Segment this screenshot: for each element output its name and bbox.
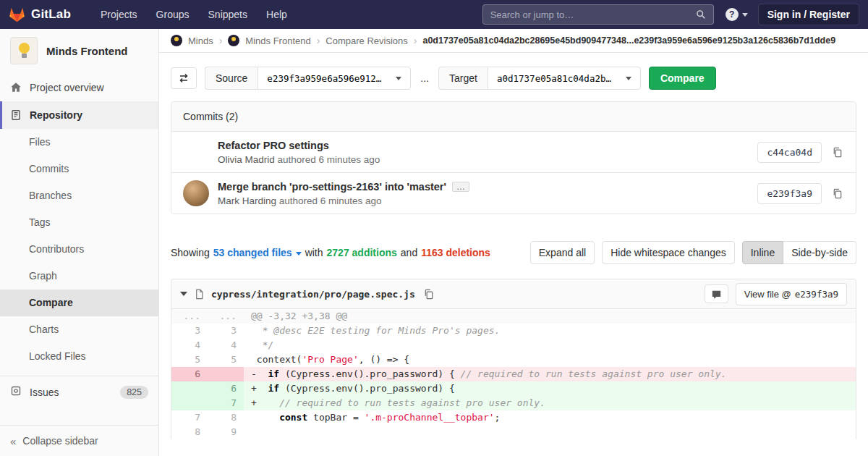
nav-item-projects[interactable]: Projects — [91, 4, 147, 25]
commit-sha-button[interactable]: c44ca04d — [757, 142, 822, 163]
diff-new-line-number[interactable]: 9 — [208, 425, 244, 439]
changed-files-dropdown[interactable]: 53 changed files — [213, 247, 302, 258]
sidebar-item-tags[interactable]: Tags — [0, 209, 158, 236]
diff-new-line-number[interactable]: ... — [208, 309, 244, 324]
diff-old-line-number[interactable]: 6 — [171, 367, 208, 381]
comment-icon — [711, 290, 722, 300]
commit-row: Merge branch 'pro-settings-2163' into 'm… — [171, 172, 856, 214]
diff-sign: - — [251, 368, 257, 379]
sidebar-item-label: Issues — [30, 387, 112, 398]
hide-whitespace-button[interactable]: Hide whitespace changes — [602, 241, 735, 264]
sidebar-item-files[interactable]: Files — [0, 129, 158, 156]
help-menu[interactable]: ? — [726, 8, 748, 21]
expand-all-button[interactable]: Expand all — [530, 241, 595, 264]
diff-old-line-number[interactable]: 7 — [171, 410, 208, 425]
sidebar-project-header[interactable]: Minds Frontend — [0, 29, 158, 74]
collapse-sidebar-button[interactable]: « Collapse sidebar — [0, 425, 158, 456]
diff-new-line-number[interactable]: 5 — [208, 352, 244, 367]
commit-description-expander[interactable]: … — [452, 182, 469, 192]
sidebar-item-branches[interactable]: Branches — [0, 182, 158, 209]
code-token: '.m-proChannel__topbar' — [365, 412, 495, 423]
diff-old-line-number[interactable]: 4 — [171, 338, 208, 352]
code-token: (Cypress.env().pro_password) { — [279, 383, 455, 394]
sidebar-item-repository[interactable]: Repository — [0, 101, 158, 129]
chevron-down-icon — [396, 77, 401, 80]
breadcrumb-link-minds[interactable]: Minds — [188, 35, 213, 46]
code-token: if — [268, 368, 279, 379]
diff-line: 7+ // required to run tests against pro … — [171, 396, 856, 410]
copy-file-path-button[interactable] — [422, 287, 435, 301]
breadcrumb: Minds›Minds Frontend›Compare Revisions›a… — [159, 29, 868, 53]
diff-old-line-number[interactable]: ... — [171, 309, 208, 324]
nav-item-groups[interactable]: Groups — [147, 4, 199, 25]
diff-old-line-number[interactable] — [171, 381, 208, 396]
code-token: ; — [495, 412, 501, 423]
code-token — [257, 412, 279, 423]
diff-new-line-number[interactable]: 3 — [208, 324, 244, 338]
showing-label: Showing — [171, 247, 210, 258]
sidebar-item-contributors[interactable]: Contributors — [0, 236, 158, 263]
collapse-file-icon[interactable] — [180, 292, 187, 296]
diff-new-line-number[interactable] — [208, 367, 244, 381]
breadcrumb-separator: › — [414, 35, 417, 46]
breadcrumb-link-compare-revisions[interactable]: Compare Revisions — [326, 35, 407, 46]
nav-item-help[interactable]: Help — [257, 4, 297, 25]
nav-item-snippets[interactable]: Snippets — [199, 4, 257, 25]
with-label: with — [305, 247, 323, 258]
toggle-comments-button[interactable] — [705, 284, 728, 303]
diff-table: ......@@ -3,32 +3,38 @@33 * @desc E2E te… — [171, 309, 856, 439]
copy-commit-sha-button[interactable] — [830, 145, 844, 159]
view-mode-toggle: InlineSide-by-side — [742, 241, 856, 264]
commit-author-link[interactable]: Mark Harding — [218, 195, 276, 206]
diff-old-line-number[interactable]: 3 — [171, 324, 208, 338]
compare-button[interactable]: Compare — [649, 67, 716, 90]
global-search[interactable] — [482, 4, 714, 25]
sidebar-item-graph[interactable]: Graph — [0, 263, 158, 290]
commit-sha-button[interactable]: e239f3a9 — [757, 183, 822, 204]
view-file-button[interactable]: View file @ e239f3a9 — [736, 283, 847, 305]
code-token: context( — [257, 354, 302, 365]
source-revision-value: e239f3a959e6a596e912… — [267, 73, 381, 84]
sidebar-item-charts[interactable]: Charts — [0, 316, 158, 343]
sidebar-item-issues[interactable]: Issues 825 — [0, 376, 158, 408]
sidebar-item-compare[interactable]: Compare — [0, 290, 158, 316]
collapse-sidebar-label: Collapse sidebar — [22, 435, 98, 447]
search-input[interactable] — [490, 9, 696, 20]
breadcrumb-link-minds-frontend[interactable]: Minds Frontend — [245, 35, 310, 46]
target-revision-dropdown[interactable]: a0d1737e05a81c04da2b… — [488, 67, 641, 90]
sidebar-item-project-overview[interactable]: Project overview — [0, 74, 158, 101]
code-token: // required to run tests against pro use… — [461, 368, 727, 379]
sidebar-item-locked-files[interactable]: Locked Files — [0, 343, 158, 370]
diff-new-line-number[interactable]: 8 — [208, 410, 244, 425]
avatar — [183, 180, 209, 206]
sidebar-item-commits[interactable]: Commits — [0, 156, 158, 182]
view-mode-side-by-side[interactable]: Side-by-side — [783, 241, 856, 264]
diff-new-line-number[interactable]: 6 — [208, 381, 244, 396]
diff-line-code: const topBar = '.m-proChannel__topbar'; — [244, 410, 856, 425]
source-revision-dropdown[interactable]: e239f3a959e6a596e912… — [258, 67, 411, 90]
commit-title-link[interactable]: Merge branch 'pro-settings-2163' into 'm… — [218, 181, 446, 193]
commit-author-link[interactable]: Olivia Madrid — [218, 154, 275, 165]
diff-line: 33 * @desc E2E testing for Minds Pro's p… — [171, 324, 856, 338]
additions-count: 2727 additions — [327, 247, 397, 258]
diff-sign: + — [251, 383, 257, 394]
swap-revisions-button[interactable] — [171, 67, 197, 89]
diff-old-line-number[interactable] — [171, 396, 208, 410]
double-chevron-left-icon: « — [10, 436, 16, 447]
gitlab-logo-link[interactable]: GitLab — [9, 7, 71, 22]
commit-title-link[interactable]: Refactor PRO settings — [218, 140, 329, 151]
diff-old-line-number[interactable]: 8 — [171, 425, 208, 439]
view-mode-inline[interactable]: Inline — [742, 241, 783, 264]
sign-in-register-button[interactable]: Sign in / Register — [758, 4, 859, 25]
question-circle-icon: ? — [726, 8, 739, 21]
search-icon — [696, 9, 706, 20]
view-file-sha: e239f3a9 — [795, 289, 838, 300]
revision-range-separator: ... — [419, 72, 430, 84]
copy-commit-sha-button[interactable] — [830, 187, 844, 200]
diff-old-line-number[interactable]: 5 — [171, 352, 208, 367]
diff-new-line-number[interactable]: 7 — [208, 396, 244, 410]
commit-meta: Mark Harding authored 6 minutes ago — [218, 195, 757, 206]
code-token: const — [279, 412, 307, 423]
diff-new-line-number[interactable]: 4 — [208, 338, 244, 352]
sidebar-item-label: Repository — [30, 109, 82, 121]
